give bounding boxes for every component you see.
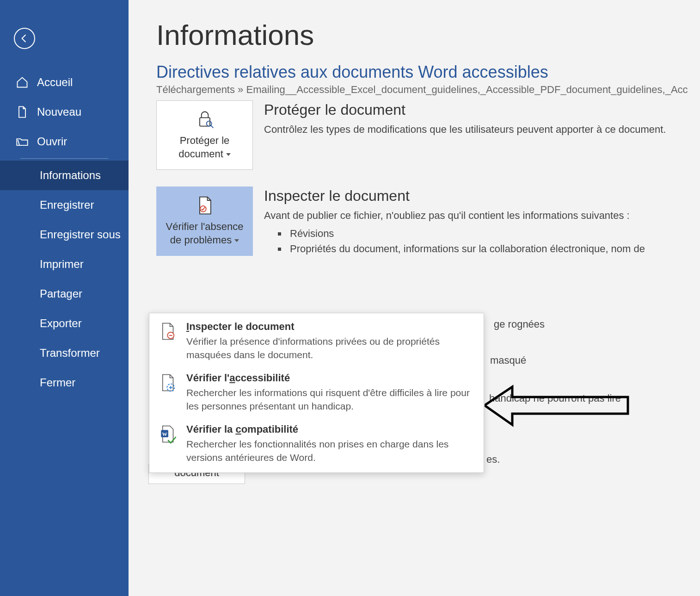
sidebar-item-informations[interactable]: Informations xyxy=(0,161,129,190)
inspect-heading: Inspecter le document xyxy=(264,187,700,205)
sidebar-item-label: Exporter xyxy=(40,317,82,330)
main-content: Informations Directives relatives aux do… xyxy=(129,0,700,596)
protect-heading: Protéger le document xyxy=(264,101,700,118)
sidebar-item-ouvrir[interactable]: Ouvrir xyxy=(0,127,129,156)
partial-text: ge rognées xyxy=(494,318,545,330)
protect-document-tile[interactable]: Protéger le document xyxy=(156,100,253,170)
dropdown-item-desc: Vérifier la présence d'informations priv… xyxy=(186,335,474,362)
dropdown-item-title: Vérifier la compatibilité xyxy=(186,423,474,435)
lock-key-icon xyxy=(195,109,215,130)
dropdown-item-title: Inspecter le document xyxy=(186,321,474,333)
back-button[interactable] xyxy=(14,28,35,49)
sidebar-item-label: Enregistrer xyxy=(40,199,94,211)
chevron-down-icon xyxy=(226,153,231,156)
svg-rect-0 xyxy=(200,118,210,126)
backstage-sidebar: Accueil Nouveau Ouvrir Informations Enre… xyxy=(0,0,129,596)
breadcrumb-sep: » xyxy=(235,84,246,95)
sidebar-item-label: Ouvrir xyxy=(37,135,67,148)
breadcrumb: Téléchargements » Emailing__Accessible_E… xyxy=(156,84,700,96)
word-compat-check-icon: W xyxy=(159,424,178,444)
inspect-description: Avant de publier ce fichier, n'oubliez p… xyxy=(264,208,680,223)
breadcrumb-file[interactable]: Emailing__Accessible_Excel_document_guid… xyxy=(246,84,688,95)
sidebar-item-partager[interactable]: Partager xyxy=(0,279,129,309)
home-icon xyxy=(16,76,29,89)
protect-description: Contrôlez les types de modifications que… xyxy=(264,122,680,137)
sidebar-item-accueil[interactable]: Accueil xyxy=(0,68,129,97)
sidebar-item-label: Fermer xyxy=(40,376,75,389)
new-document-icon xyxy=(16,106,29,118)
sidebar-item-imprimer[interactable]: Imprimer xyxy=(0,249,129,279)
sidebar-item-label: Transformer xyxy=(40,347,100,360)
sidebar-item-exporter[interactable]: Exporter xyxy=(0,309,129,338)
sidebar-item-label: Imprimer xyxy=(40,258,84,271)
partial-text: handicap ne pourront pas lire xyxy=(489,392,621,404)
document-magnify-icon xyxy=(159,322,178,341)
sidebar-item-enregistrer-sous[interactable]: Enregistrer sous xyxy=(0,220,129,249)
inspect-bullet: Propriétés du document, informations sur… xyxy=(287,241,700,256)
check-issues-dropdown: Inspecter le document Vérifier la présen… xyxy=(149,313,484,473)
document-title: Directives relatives aux documents Word … xyxy=(156,62,700,82)
sidebar-item-label: Informations xyxy=(40,169,101,182)
tile-label: Protéger le document xyxy=(160,134,249,161)
partial-text: masqué xyxy=(490,354,526,366)
page-title: Informations xyxy=(156,19,700,51)
dropdown-inspect-document[interactable]: Inspecter le document Vérifier la présen… xyxy=(149,316,484,367)
sidebar-item-transformer[interactable]: Transformer xyxy=(0,338,129,368)
sidebar-item-label: Partager xyxy=(40,287,82,300)
sidebar-item-label: Accueil xyxy=(37,76,73,89)
svg-text:W: W xyxy=(162,431,167,436)
sidebar-divider xyxy=(20,158,108,159)
inspect-bullet: Révisions xyxy=(287,226,700,241)
document-check-icon xyxy=(195,195,215,216)
arrow-left-icon xyxy=(19,33,30,43)
open-folder-icon xyxy=(16,135,29,148)
dropdown-item-desc: Rechercher les informations qui risquent… xyxy=(186,386,474,413)
dropdown-check-accessibility[interactable]: Vérifier l'accessibilité Rechercher les … xyxy=(149,367,484,419)
document-accessibility-icon xyxy=(159,373,178,392)
sidebar-item-nouveau[interactable]: Nouveau xyxy=(0,97,129,127)
chevron-down-icon xyxy=(234,239,239,242)
inspect-bullets: Révisions Propriétés du document, inform… xyxy=(264,226,700,256)
sidebar-item-label: Nouveau xyxy=(37,106,81,118)
dropdown-item-desc: Rechercher les fonctionnalités non prise… xyxy=(186,437,474,465)
dropdown-item-title: Vérifier l'accessibilité xyxy=(186,372,474,384)
tile-label: Vérifier l'absence de problèmes xyxy=(160,220,249,247)
sidebar-item-fermer[interactable]: Fermer xyxy=(0,368,129,397)
protect-section: Protéger le document Protéger le documen… xyxy=(156,100,700,170)
dropdown-check-compatibility[interactable]: W Vérifier la compatibilité Rechercher l… xyxy=(149,419,484,470)
sidebar-item-label: Enregistrer sous xyxy=(40,228,121,241)
inspect-section: Vérifier l'absence de problèmes Inspecte… xyxy=(156,186,700,256)
breadcrumb-folder[interactable]: Téléchargements xyxy=(156,84,235,95)
check-issues-tile[interactable]: Vérifier l'absence de problèmes xyxy=(156,186,253,256)
partial-text: es. xyxy=(486,453,500,466)
sidebar-item-enregistrer[interactable]: Enregistrer xyxy=(0,190,129,220)
